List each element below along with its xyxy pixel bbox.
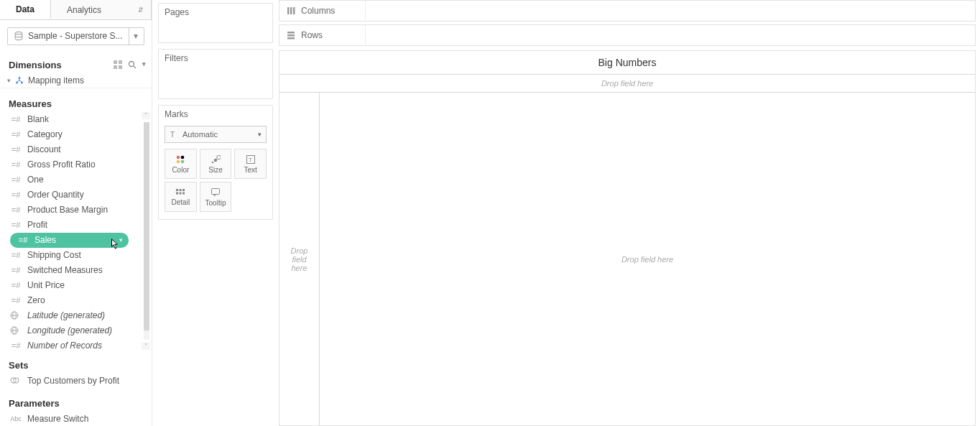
tooltip-icon	[211, 187, 221, 198]
tab-sort-icon: ⇵	[138, 7, 144, 13]
svg-rect-38	[287, 32, 295, 34]
main-drop-area[interactable]: Drop field here	[320, 93, 975, 425]
marks-card: Marks T Automatic ▾ Color	[158, 105, 273, 220]
rows-icon	[287, 31, 295, 40]
field-label: Zero	[27, 295, 45, 305]
filters-label: Filters	[159, 50, 272, 67]
field-label: Shipping Cost	[27, 250, 81, 260]
tab-analytics[interactable]: Analytics ⇵	[51, 0, 152, 19]
marks-type-label: Automatic	[182, 130, 218, 139]
text-icon: T	[246, 154, 256, 165]
shelves-column: Pages Filters Marks T Automatic ▾	[158, 0, 273, 426]
svg-point-7	[19, 77, 21, 79]
svg-rect-32	[180, 192, 182, 194]
svg-rect-28	[176, 189, 178, 191]
measure-profit[interactable]: =#Profit	[0, 218, 140, 233]
rows-shelf[interactable]: Rows	[279, 24, 976, 46]
svg-point-20	[181, 155, 185, 159]
field-label: Order Quantity	[27, 190, 84, 200]
rows-label: Rows	[301, 30, 323, 40]
button-label: Size	[208, 166, 222, 174]
svg-rect-29	[180, 189, 182, 191]
set-top-customers[interactable]: Top Customers by Profit	[0, 374, 152, 388]
drop-hint-label: Drop field here	[284, 246, 315, 272]
button-label: Detail	[172, 198, 190, 206]
measure-blank[interactable]: =#Blank	[0, 112, 140, 127]
svg-rect-4	[119, 65, 122, 69]
measure-product-base-margin[interactable]: =#Product Base Margin	[0, 203, 140, 218]
abc-icon: Abc	[10, 415, 22, 422]
measure-shipping-cost[interactable]: =#Shipping Cost	[0, 248, 140, 263]
dimensions-label: Dimensions	[9, 60, 62, 70]
number-icon: =#	[10, 296, 22, 305]
scrollbar-thumb[interactable]	[144, 122, 149, 330]
column-drop-hint[interactable]: Drop field here	[279, 74, 975, 93]
marks-type-dropdown[interactable]: T Automatic ▾	[165, 126, 267, 143]
measures-list: ˄ ˅ =#Blank=#Category=#Discount=#Gross P…	[0, 112, 152, 350]
svg-rect-1	[114, 60, 117, 64]
svg-rect-39	[287, 34, 295, 37]
measure-number-of-records[interactable]: =#Number of Records	[0, 338, 140, 350]
menu-icon[interactable]: ▾	[142, 60, 146, 69]
svg-text:T: T	[249, 157, 252, 163]
filters-shelf[interactable]: Filters	[158, 49, 273, 99]
field-label: Switched Measures	[27, 265, 103, 275]
datasource-picker[interactable]: Sample - Superstore S... ▾	[7, 27, 144, 45]
columns-icon	[287, 6, 295, 15]
measure-unit-price[interactable]: =#Unit Price	[0, 278, 140, 293]
marks-tooltip-button[interactable]: Tooltip	[200, 182, 232, 212]
field-label: Blank	[27, 114, 49, 124]
automatic-icon: T	[170, 130, 178, 139]
dimension-mapping-items[interactable]: ▾ Mapping items	[0, 73, 152, 88]
button-label: Color	[172, 166, 189, 174]
columns-label: Columns	[301, 6, 335, 16]
tab-data[interactable]: Data	[0, 0, 51, 19]
number-icon: =#	[17, 236, 29, 244]
measure-sales[interactable]: =#Sales	[10, 233, 129, 248]
sheet-title[interactable]: Big Numbers	[279, 51, 975, 74]
columns-shelf[interactable]: Columns	[279, 0, 976, 22]
marks-size-button[interactable]: Size	[200, 149, 232, 179]
row-drop-hint[interactable]: Drop field here	[279, 93, 320, 425]
set-icon	[10, 376, 22, 385]
marks-color-button[interactable]: Color	[165, 149, 197, 179]
scroll-up-icon[interactable]: ˄	[142, 112, 150, 119]
chevron-down-icon: ▾	[258, 131, 262, 138]
number-icon: =#	[10, 341, 22, 350]
measure-latitude-generated-[interactable]: Latitude (generated)	[0, 308, 140, 323]
measure-category[interactable]: =#Category	[0, 127, 140, 142]
svg-rect-34	[211, 188, 219, 194]
search-icon[interactable]	[128, 60, 137, 69]
marks-text-button[interactable]: T Text	[234, 149, 267, 179]
number-icon: =#	[10, 190, 22, 199]
field-label: One	[27, 175, 44, 185]
measure-longitude-generated-[interactable]: Longitude (generated)	[0, 323, 140, 338]
number-icon: =#	[10, 175, 22, 184]
svg-rect-40	[287, 37, 295, 40]
field-label: Latitude (generated)	[27, 310, 105, 320]
color-icon	[175, 154, 185, 165]
marks-detail-button[interactable]: Detail	[165, 182, 197, 212]
number-icon: =#	[10, 266, 22, 274]
parameter-measure-switch[interactable]: Abc Measure Switch	[0, 412, 152, 426]
measure-order-quantity[interactable]: =#Order Quantity	[0, 187, 140, 203]
data-pane: Data Analytics ⇵ Sample - Superstore S..…	[0, 0, 152, 426]
field-label: Mapping items	[28, 75, 84, 85]
field-label: Discount	[27, 144, 61, 154]
field-label: Profit	[27, 220, 47, 230]
measure-one[interactable]: =#One	[0, 172, 140, 187]
svg-point-5	[129, 62, 134, 67]
svg-line-6	[134, 66, 136, 68]
view-toggle-icon[interactable]	[114, 60, 122, 69]
field-label: Top Customers by Profit	[27, 376, 119, 386]
measure-switched-measures[interactable]: =#Switched Measures	[0, 263, 140, 278]
dimensions-header: Dimensions ▾	[0, 55, 152, 73]
hierarchy-icon	[15, 76, 24, 85]
scroll-down-icon[interactable]: ˅	[142, 343, 150, 350]
svg-point-25	[217, 155, 221, 159]
measure-discount[interactable]: =#Discount	[0, 142, 140, 157]
measure-zero[interactable]: =#Zero	[0, 293, 140, 308]
pages-shelf[interactable]: Pages	[158, 3, 273, 43]
number-icon: =#	[10, 205, 22, 214]
measure-gross-profit-ratio[interactable]: =#Gross Profit Ratio	[0, 157, 140, 172]
